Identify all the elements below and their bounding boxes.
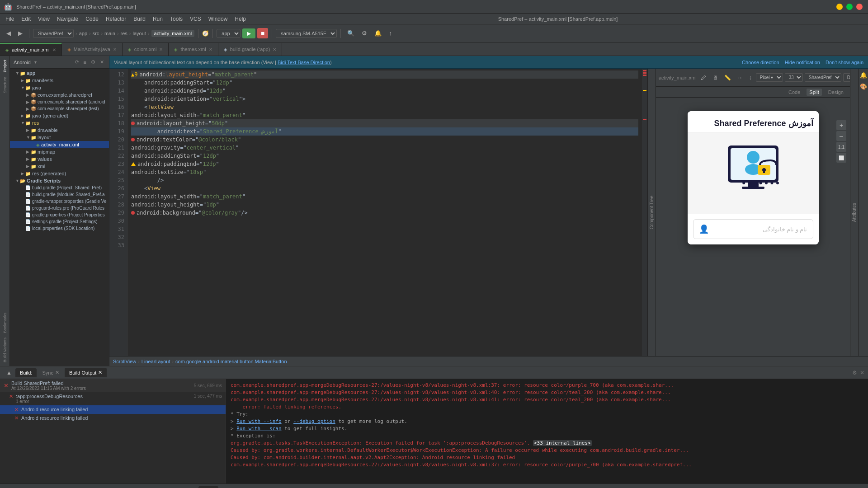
tree-item-gradle-wrapper[interactable]: 📄 gradle-wrapper.properties (Gradle Ve <box>10 198 109 205</box>
menu-view[interactable]: View <box>34 15 53 23</box>
dont-show-again-link[interactable]: Don't show again <box>826 60 863 65</box>
breadcrumb-main[interactable]: main <box>104 31 115 36</box>
tool-tab-problems[interactable]: Problems <box>71 486 101 488</box>
mode-design-btn[interactable]: Design <box>826 89 846 96</box>
run-info-link[interactable]: Run with --info <box>236 418 281 424</box>
bidi-link[interactable]: Bidi Text Base Direction <box>278 60 330 65</box>
device-dropdown[interactable]: samsung SM-A515F <box>276 29 337 38</box>
maximize-button[interactable] <box>846 4 853 10</box>
build-tab[interactable]: Build: <box>15 368 37 377</box>
zoom-fit-button[interactable]: 1:1 <box>836 142 846 152</box>
notification-button[interactable]: 🔔 <box>372 28 384 38</box>
build-output-close[interactable]: ✕ <box>98 370 102 375</box>
tool-tab-logcat[interactable]: Logcat <box>131 486 155 488</box>
tab-colors-xml[interactable]: ◈ colors.xml ✕ <box>123 43 169 56</box>
tree-item-build-project[interactable]: 📄 build.gradle (Project: Shared_Pref) <box>10 184 109 191</box>
tool-tab-build[interactable]: Build <box>198 486 218 488</box>
preview-pixel-dropdown[interactable]: Pixel ▾ <box>756 73 783 82</box>
build-sync-up-btn[interactable]: ▲ <box>4 368 14 377</box>
build-output-text[interactable]: com.example.sharedpref.app-mergeDebugRes… <box>226 379 868 483</box>
stop-button[interactable]: ■ <box>257 28 268 38</box>
minimize-button[interactable] <box>836 4 843 10</box>
tab-themes-xml-close[interactable]: ✕ <box>209 47 212 52</box>
zoom-frame-button[interactable]: ⬜ <box>836 153 846 163</box>
tool-tab-version-control[interactable]: Version Control <box>3 486 46 488</box>
menu-window[interactable]: Window <box>205 15 231 23</box>
event-log-btn[interactable]: Event Log <box>793 486 821 488</box>
preview-locale-dropdown[interactable]: Default (en-us) <box>843 73 850 82</box>
tab-activity-main-xml[interactable]: ◈ activity_main.xml ✕ <box>0 43 62 56</box>
project-panel-settings-btn[interactable]: ⚙ <box>90 59 97 66</box>
zoom-in-button[interactable]: + <box>836 120 846 130</box>
preview-tools-btn-5[interactable]: ↕ <box>747 74 754 82</box>
breadcrumb-linearlayout[interactable]: LinearLayout <box>142 359 170 364</box>
tab-main-activity-java[interactable]: ◈ MainActivity.java ✕ <box>62 43 123 56</box>
breadcrumb-materialbutton[interactable]: com.google.android.material.button.Mater… <box>175 359 287 364</box>
tree-item-pkg-main[interactable]: ▶ 📦 com.example.sharedpref <box>10 91 109 99</box>
breadcrumb-res[interactable]: res <box>121 31 127 36</box>
tree-item-manifests[interactable]: ▶ 📁 manifests <box>10 77 109 84</box>
build-output-tab[interactable]: Build Output ✕ <box>65 368 107 377</box>
breadcrumb-scrollview[interactable]: ScrollView <box>113 359 136 364</box>
build-tab-gear[interactable]: ⚙ <box>852 370 857 376</box>
run-scan-link[interactable]: Run with --scan <box>236 426 281 432</box>
tree-item-res[interactable]: ▼ 📁 res <box>10 119 109 127</box>
project-panel-close-btn[interactable]: ✕ <box>99 59 105 66</box>
preview-tools-btn-4[interactable]: ↔ <box>735 74 745 82</box>
tree-item-app[interactable]: ▼ 📁 app <box>10 70 109 77</box>
left-panel-build-variants[interactable]: Build Variants <box>2 336 8 364</box>
tool-tab-todo[interactable]: TODO <box>47 486 70 488</box>
app-run-dropdown[interactable]: app <box>217 29 241 38</box>
run-debug-link[interactable]: --debug option <box>293 418 335 424</box>
search-button[interactable]: 🔍 <box>344 28 357 38</box>
layout-inspector-btn[interactable]: Layout Inspector <box>823 486 865 488</box>
mode-split-btn[interactable]: Split <box>807 89 821 96</box>
project-panel-sync-btn[interactable]: ⟳ <box>74 59 80 66</box>
tree-item-java-gen[interactable]: ▶ 📁 java (generated) <box>10 112 109 119</box>
menu-navigate[interactable]: Navigate <box>53 15 82 23</box>
tool-tab-app-inspection[interactable]: App Inspection <box>156 486 198 488</box>
right-panel-palette-btn[interactable]: 🎨 <box>859 82 868 91</box>
attributes-label[interactable]: Attributes <box>852 203 857 222</box>
menu-edit[interactable]: Edit <box>18 15 34 23</box>
breadcrumb-layout[interactable]: layout <box>133 31 146 36</box>
component-tree-label[interactable]: Component Tree <box>649 196 654 230</box>
project-dropdown[interactable]: SharedPref <box>33 29 74 38</box>
menu-refactor[interactable]: Refactor <box>102 15 130 23</box>
left-panel-project[interactable]: Project <box>2 58 8 74</box>
menu-code[interactable]: Code <box>82 15 102 23</box>
hide-notification-link[interactable]: Hide notification <box>785 60 820 65</box>
build-child-error-0[interactable]: ✕ Android resource linking failed <box>0 405 226 414</box>
menu-build[interactable]: Build <box>130 15 149 23</box>
menu-help[interactable]: Help <box>231 15 250 23</box>
left-panel-bookmarks[interactable]: Bookmarks <box>2 311 8 335</box>
tree-item-gradle-scripts[interactable]: ▼ 📂 Gradle Scripts <box>10 177 109 184</box>
tree-item-pkg-test[interactable]: ▶ 📦 com.example.sharedpref (test) <box>10 105 109 112</box>
tree-item-settings-gradle[interactable]: 📄 settings.gradle (Project Settings) <box>10 218 109 225</box>
tree-item-pkg-android[interactable]: ▶ 📦 com.example.sharedpref (android <box>10 99 109 105</box>
git-button[interactable]: ↑ <box>386 28 395 38</box>
build-main-error[interactable]: ✕ Build SharedPref: failed At 12/26/2022… <box>0 379 226 392</box>
sync-close[interactable]: ✕ <box>55 370 59 375</box>
project-dropdown-icon[interactable]: ▾ <box>34 60 37 65</box>
mode-code-btn[interactable]: Code <box>786 89 803 96</box>
build-tab-close[interactable]: ✕ <box>860 370 864 376</box>
run-button[interactable]: ▶ <box>242 28 255 38</box>
tree-item-java[interactable]: ▼ 📁 java <box>10 84 109 91</box>
tab-build-gradle-app-close[interactable]: ✕ <box>273 47 276 52</box>
sync-tab[interactable]: Sync ✕ <box>38 368 63 377</box>
tab-activity-main-xml-close[interactable]: ✕ <box>52 47 56 52</box>
settings-button[interactable]: ⚙ <box>359 28 370 38</box>
left-panel-structure[interactable]: Structure <box>2 75 8 95</box>
build-child-error-1[interactable]: ✕ Android resource linking failed <box>0 414 226 422</box>
menu-run[interactable]: Run <box>149 15 166 23</box>
tool-tab-terminal[interactable]: Terminal <box>102 486 130 488</box>
menu-vcs[interactable]: VCS <box>186 15 205 23</box>
tree-item-activity-main-xml[interactable]: ◈ activity_main.xml <box>10 141 109 148</box>
tree-item-gradle-props[interactable]: 📄 gradle.properties (Project Properties <box>10 211 109 218</box>
right-panel-notifications-btn[interactable]: 🔔 <box>859 70 868 80</box>
tree-item-res-gen[interactable]: ▶ 📁 res (generated) <box>10 170 109 177</box>
choose-direction-link[interactable]: Choose direction <box>742 60 779 65</box>
tree-item-proguard[interactable]: 📄 proguard-rules.pro (ProGuard Rules <box>10 205 109 211</box>
tree-item-mipmap[interactable]: ▶ 📁 mipmap <box>10 148 109 155</box>
